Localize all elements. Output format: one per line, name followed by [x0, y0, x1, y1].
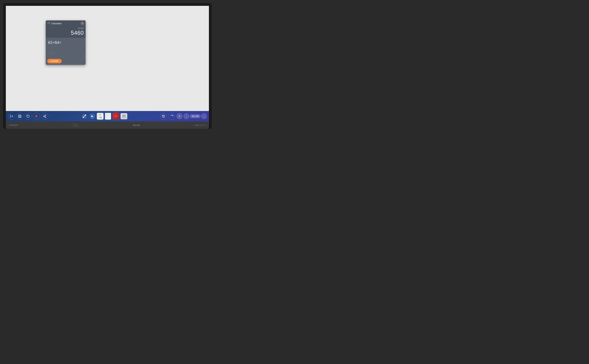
save-button[interactable]: [16, 113, 23, 120]
svg-line-38: [164, 116, 164, 117]
toolbar-center: [49, 113, 159, 120]
svg-rect-33: [116, 116, 116, 117]
nfc-button[interactable]: N: [73, 124, 78, 127]
bezel-right-controls: [195, 125, 206, 126]
layers-icon: [121, 113, 127, 119]
calculator-close-button[interactable]: ✕: [81, 22, 84, 25]
undo-icon: [26, 115, 30, 118]
add-icon: +: [178, 114, 181, 118]
undo-button[interactable]: [25, 113, 32, 120]
bezel-dot-3: [198, 125, 199, 126]
exit-icon: [10, 115, 13, 118]
calculator-input-area[interactable]: 65×84= 3×5=: [46, 38, 85, 58]
history-button[interactable]: [160, 113, 167, 120]
svg-point-16: [45, 117, 46, 118]
save-icon: [18, 115, 21, 118]
refresh-icon: [170, 115, 173, 118]
bezel-dot-6: [203, 125, 204, 126]
svg-line-18: [44, 116, 45, 116]
svg-point-27: [100, 117, 102, 118]
calculator-handwriting-area[interactable]: 65×84= 3×5=: [47, 39, 84, 56]
svg-rect-12: [19, 115, 20, 116]
history-icon: [162, 115, 165, 118]
calculator-icon: [47, 22, 50, 25]
bezel-dot-1: [195, 125, 196, 126]
page-navigation: ‹ 45 / 99 ›: [183, 113, 207, 119]
exit-button[interactable]: [8, 113, 15, 120]
layers-tool[interactable]: [120, 113, 127, 120]
record-dot-icon: [35, 115, 37, 117]
next-icon: ›: [204, 115, 204, 117]
svg-line-17: [44, 116, 45, 117]
calculator-display: 65X84 5460: [46, 26, 85, 38]
bezel-dot-7: [205, 125, 206, 126]
glue-tool[interactable]: [97, 113, 104, 120]
bezel-controls: [9, 124, 18, 126]
bezel-dot-5: [201, 125, 203, 126]
calculator-expression: 65X84: [47, 27, 84, 29]
toolbar-left: [8, 113, 48, 120]
bottom-bezel: N BenQ: [6, 121, 209, 129]
document-tool[interactable]: [105, 113, 111, 120]
svg-point-14: [45, 115, 46, 116]
share-icon: [43, 115, 46, 118]
bezel-left-controls: [9, 124, 18, 126]
svg-rect-36: [122, 117, 126, 118]
toolbar-right: + ‹ 45 / 99 ›: [160, 113, 207, 120]
wrench-icon: [82, 114, 87, 119]
benq-logo: BenQ: [133, 124, 140, 126]
add-page-button[interactable]: +: [177, 113, 182, 119]
cursor-icon: [90, 113, 95, 119]
briefcase-icon: [113, 113, 119, 119]
svg-point-15: [43, 116, 44, 117]
record-button[interactable]: [33, 113, 40, 120]
svg-rect-13: [19, 117, 21, 117]
nfc-label: N: [75, 124, 76, 126]
resize-handle[interactable]: [83, 54, 85, 57]
share-button[interactable]: [41, 113, 48, 120]
document-icon: [105, 113, 111, 120]
close-icon: ✕: [82, 22, 83, 24]
calculator-result: 5460: [47, 30, 84, 36]
calculator-widget: Calculator ✕ 65X84 5460 65×84= 3×5=: [46, 20, 85, 65]
refresh-button[interactable]: [168, 113, 175, 120]
toolbar: + ‹ 45 / 99 ›: [6, 111, 209, 121]
briefcase-tool[interactable]: [112, 113, 119, 120]
whiteboard: Calculator ✕ 65X84 5460 65×84= 3×5=: [6, 6, 209, 111]
prev-page-button[interactable]: ‹: [183, 113, 189, 119]
handwriting-primary: 65×84=: [48, 40, 61, 45]
next-page-button[interactable]: ›: [201, 113, 207, 119]
handwriting-ghost: 3×5=: [50, 52, 55, 55]
svg-rect-34: [122, 115, 126, 116]
monitor: Calculator ✕ 65X84 5460 65×84= 3×5=: [3, 3, 212, 129]
calculator-titlebar: Calculator ✕: [46, 20, 85, 26]
bezel-dot-4: [200, 125, 201, 126]
wrench-tool[interactable]: [81, 113, 88, 120]
prev-icon: ‹: [186, 115, 187, 117]
calculator-title: Calculator: [51, 22, 79, 25]
glue-icon: [98, 113, 102, 119]
cursor-tool[interactable]: [89, 113, 96, 120]
calculator-footer: CLEAR: [46, 58, 85, 65]
bezel-dot-2: [196, 125, 197, 126]
page-indicator: 45 / 99: [190, 114, 201, 118]
clear-button[interactable]: CLEAR: [47, 59, 62, 63]
screen: Calculator ✕ 65X84 5460 65×84= 3×5=: [6, 6, 209, 121]
svg-rect-35: [122, 116, 126, 117]
